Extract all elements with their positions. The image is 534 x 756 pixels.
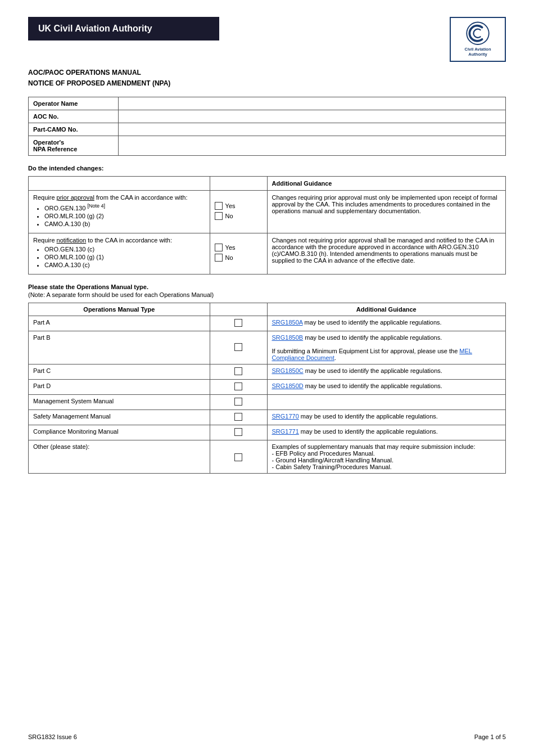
ops-col-type-header: Operations Manual Type	[29, 303, 210, 316]
doc-title: AOC/PAOC OPERATIONS MANUAL NOTICE OF PRO…	[28, 68, 506, 89]
yes-row-prior: Yes	[215, 202, 263, 210]
ops-row-safety: Safety Management Manual SRG1770 may be …	[29, 410, 506, 425]
changes-col-guidance-header: Additional Guidance	[267, 177, 506, 191]
do-intended-changes-heading: Do the intended changes:	[28, 165, 506, 172]
changes-yn-prior-approval: Yes No	[210, 191, 267, 233]
bullet-oro-gen-130-c: ORO.GEN.130 (c)	[44, 246, 205, 253]
link-srg1770[interactable]: SRG1770	[272, 413, 299, 420]
prior-approval-underline: prior approval	[57, 194, 94, 201]
please-state-note: (Note: A separate form should be used fo…	[28, 291, 506, 298]
link-srg1850b[interactable]: SRG1850B	[272, 334, 304, 341]
ops-cb-mgmt	[210, 395, 267, 410]
ops-cb-part-b	[210, 331, 267, 364]
page: UK Civil Aviation Authority Civil Aviati…	[0, 0, 534, 756]
changes-yn-notification: Yes No	[210, 233, 267, 274]
ops-row-compliance: Compliance Monitoring Manual SRG1771 may…	[29, 425, 506, 440]
header-row: UK Civil Aviation Authority Civil Aviati…	[28, 17, 506, 62]
ops-cb-compliance	[210, 425, 267, 440]
bullet-oro-gen-130: ORO.GEN.130 [Note 4]	[44, 203, 205, 212]
ops-type-part-d: Part D	[29, 380, 210, 395]
checkbox-safety[interactable]	[234, 413, 242, 421]
value-aoc-no[interactable]	[119, 110, 506, 123]
checkbox-yes-notify[interactable]	[215, 244, 223, 251]
bullet-camo-a-130-b: CAMO.A.130 (b)	[44, 220, 205, 227]
checkbox-part-c[interactable]	[234, 367, 242, 375]
no-row-notify: No	[215, 254, 263, 262]
link-srg1850d[interactable]: SRG1850D	[272, 382, 304, 389]
yes-label-notify: Yes	[225, 244, 236, 251]
ops-type-other: Other (please state):	[29, 440, 210, 474]
changes-additional-guidance-label: Additional Guidance	[272, 180, 332, 187]
checkbox-compliance[interactable]	[234, 428, 242, 436]
label-aoc-no: AOC No.	[29, 110, 119, 123]
ops-type-part-a: Part A	[29, 316, 210, 331]
please-state-section: Please state the Operations Manual type.…	[28, 284, 506, 298]
ops-row-part-d: Part D SRG1850D may be used to identify …	[29, 380, 506, 395]
ops-guidance-part-a: SRG1850A may be used to identify the app…	[267, 316, 506, 331]
ops-header-row: Operations Manual Type Additional Guidan…	[29, 303, 506, 316]
info-row-operator: Operator Name	[29, 97, 506, 110]
checkbox-part-b[interactable]	[234, 343, 242, 351]
no-label-notify: No	[225, 254, 233, 261]
checkbox-part-a[interactable]	[234, 319, 242, 327]
link-srg1771[interactable]: SRG1771	[272, 428, 299, 435]
please-state-heading: Please state the Operations Manual type.	[28, 284, 506, 290]
link-mel-compliance[interactable]: MEL Compliance Document	[272, 348, 472, 361]
changes-col-desc-header	[29, 177, 210, 191]
prior-approval-bullets: ORO.GEN.130 [Note 4] ORO.MLR.100 (g) (2)…	[33, 203, 205, 227]
changes-desc-notification: Require notification to the CAA in accor…	[29, 233, 210, 274]
note4: [Note 4]	[87, 203, 105, 209]
bullet-camo-a-130-c: CAMO.A.130 (c)	[44, 262, 205, 268]
ops-cb-safety	[210, 410, 267, 425]
label-npa-ref: Operator'sNPA Reference	[29, 136, 119, 156]
changes-table: Additional Guidance Require prior approv…	[28, 176, 506, 274]
footer-right: Page 1 of 5	[474, 734, 506, 740]
label-partcamo-no: Part-CAMO No.	[29, 123, 119, 136]
ops-cb-part-c	[210, 364, 267, 380]
checkbox-no-notify[interactable]	[215, 254, 223, 262]
ops-cb-other	[210, 440, 267, 474]
info-table: Operator Name AOC No. Part-CAMO No. Oper…	[28, 97, 506, 156]
ops-col-add-header: Additional Guidance	[267, 303, 506, 316]
ops-guidance-other: Examples of supplementary manuals that m…	[267, 440, 506, 474]
checkbox-yes-prior[interactable]	[215, 202, 223, 210]
value-partcamo-no[interactable]	[119, 123, 506, 136]
link-srg1850a[interactable]: SRG1850A	[272, 319, 303, 326]
ops-row-part-c: Part C SRG1850C may be used to identify …	[29, 364, 506, 380]
checkbox-mgmt[interactable]	[234, 398, 242, 406]
yes-label-prior: Yes	[225, 202, 236, 209]
ops-guidance-compliance: SRG1771 may be used to identify the appl…	[267, 425, 506, 440]
header-title-bar: UK Civil Aviation Authority	[28, 17, 219, 40]
caa-logo: Civil Aviation Authority	[450, 17, 506, 62]
checkbox-part-d[interactable]	[234, 382, 242, 390]
label-operator-name: Operator Name	[29, 97, 119, 110]
ops-type-part-b: Part B	[29, 331, 210, 364]
guidance-prior-approval: Changes requiring prior approval must on…	[267, 191, 506, 233]
checkbox-no-prior[interactable]	[215, 212, 223, 220]
notification-bullets: ORO.GEN.130 (c) ORO.MLR.100 (g) (1) CAMO…	[33, 246, 205, 268]
changes-row-prior-approval: Require prior approval from the CAA in a…	[29, 191, 506, 233]
ops-guidance-mgmt	[267, 395, 506, 410]
link-srg1850c[interactable]: SRG1850C	[272, 367, 304, 374]
ops-guidance-part-d: SRG1850D may be used to identify the app…	[267, 380, 506, 395]
ops-guidance-part-c: SRG1850C may be used to identify the app…	[267, 364, 506, 380]
ops-row-mgmt: Management System Manual	[29, 395, 506, 410]
info-row-npa: Operator'sNPA Reference	[29, 136, 506, 156]
ops-row-other: Other (please state): Examples of supple…	[29, 440, 506, 474]
guidance-notification: Changes not requiring prior approval sha…	[267, 233, 506, 274]
ops-type-mgmt: Management System Manual	[29, 395, 210, 410]
changes-row-notification: Require notification to the CAA in accor…	[29, 233, 506, 274]
ops-manual-table: Operations Manual Type Additional Guidan…	[28, 303, 506, 474]
ops-type-part-c: Part C	[29, 364, 210, 380]
info-row-camo: Part-CAMO No.	[29, 123, 506, 136]
checkbox-other[interactable]	[234, 453, 242, 461]
value-operator-name[interactable]	[119, 97, 506, 110]
bullet-oro-mlr-100-g1: ORO.MLR.100 (g) (1)	[44, 254, 205, 260]
logo-text: Civil Aviation Authority	[465, 47, 491, 58]
footer-left: SRG1832 Issue 6	[28, 734, 77, 740]
notification-underline: notification	[57, 237, 87, 244]
value-npa-ref[interactable]	[119, 136, 506, 156]
ops-cb-part-a	[210, 316, 267, 331]
ops-guidance-safety: SRG1770 may be used to identify the appl…	[267, 410, 506, 425]
ops-col-cb-header	[210, 303, 267, 316]
